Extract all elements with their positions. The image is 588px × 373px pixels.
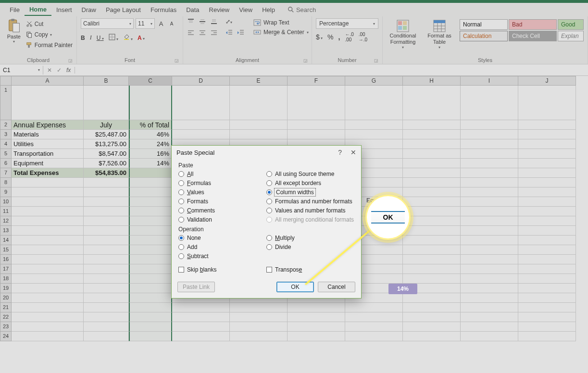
- cell-A14[interactable]: [12, 236, 84, 245]
- cell-H21[interactable]: [403, 303, 461, 312]
- cell-F24[interactable]: [288, 332, 345, 341]
- orientation-button[interactable]: ⤢▾: [222, 18, 232, 26]
- cell-C7[interactable]: [129, 168, 172, 178]
- row-header-19[interactable]: 19: [0, 284, 12, 293]
- cell-G2[interactable]: [345, 120, 403, 130]
- cell-A12[interactable]: [12, 216, 84, 226]
- column-header-A[interactable]: A: [12, 76, 84, 86]
- cell-B17[interactable]: [84, 264, 129, 274]
- cell-C5[interactable]: 16%: [129, 149, 172, 159]
- cell-J9[interactable]: [518, 187, 576, 197]
- cell-A17[interactable]: [12, 264, 84, 274]
- tab-home[interactable]: Home: [25, 4, 51, 16]
- format-as-table-button[interactable]: Format as Table▾: [423, 19, 456, 50]
- cell-J21[interactable]: [518, 303, 576, 312]
- tab-help[interactable]: Help: [257, 4, 280, 15]
- paste-all-except-borders-radio[interactable]: All except borders: [266, 180, 354, 186]
- cell-B10[interactable]: [84, 197, 129, 207]
- cell-J18[interactable]: [518, 274, 576, 284]
- cell-G23[interactable]: [345, 322, 403, 332]
- tab-formulas[interactable]: Formulas: [146, 4, 181, 15]
- cell-D22[interactable]: [172, 312, 230, 322]
- cell-I11[interactable]: [461, 207, 518, 216]
- cell-F22[interactable]: [288, 312, 345, 322]
- column-header-D[interactable]: D: [172, 76, 230, 86]
- cell-C1[interactable]: [129, 86, 172, 120]
- style-explanatory[interactable]: Explan: [558, 31, 584, 41]
- cell-C13[interactable]: [129, 226, 172, 236]
- cell-F3[interactable]: [288, 130, 345, 139]
- cell-C19[interactable]: [129, 284, 172, 293]
- cell-A11[interactable]: [12, 207, 84, 216]
- cell-B5[interactable]: $8,547.00: [84, 149, 129, 159]
- row-header-15[interactable]: 15: [0, 245, 12, 255]
- cell-C6[interactable]: 14%: [129, 159, 172, 168]
- cell-C16[interactable]: [129, 255, 172, 264]
- row-header-4[interactable]: 4: [0, 139, 12, 149]
- cell-J13[interactable]: [518, 226, 576, 236]
- align-middle-button[interactable]: [199, 18, 206, 26]
- cell-G3[interactable]: [345, 130, 403, 139]
- cell-E22[interactable]: [230, 312, 288, 322]
- op-divide-radio[interactable]: Divide: [266, 244, 354, 250]
- cell-G1[interactable]: [345, 86, 403, 120]
- row-header-2[interactable]: 2: [0, 120, 12, 130]
- row-header-21[interactable]: 21: [0, 303, 12, 312]
- font-name-select[interactable]: Calibri▾: [81, 18, 134, 29]
- cell-H4[interactable]: [403, 139, 461, 149]
- paste-button[interactable]: Paste ▾: [4, 18, 24, 44]
- cell-C21[interactable]: [129, 303, 172, 312]
- cell-E1[interactable]: [230, 86, 288, 120]
- cell-B16[interactable]: [84, 255, 129, 264]
- tell-me-search[interactable]: Search: [280, 6, 316, 13]
- cell-G24[interactable]: [345, 332, 403, 341]
- cell-A19[interactable]: [12, 284, 84, 293]
- cell-I3[interactable]: [461, 130, 518, 139]
- cell-A7[interactable]: Total Expenses: [12, 168, 84, 178]
- cell-E23[interactable]: [230, 322, 288, 332]
- paste-all-using-source-theme-radio[interactable]: All using Source theme: [266, 171, 354, 177]
- cell-J4[interactable]: [518, 139, 576, 149]
- paste-column-widths-radio[interactable]: Column widths: [266, 189, 354, 196]
- cell-A13[interactable]: [12, 226, 84, 236]
- style-good[interactable]: Good: [558, 19, 584, 30]
- copy-button[interactable]: Copy ▾: [26, 30, 73, 39]
- column-header-G[interactable]: G: [345, 76, 403, 86]
- align-bottom-button[interactable]: [210, 18, 218, 26]
- cell-C2[interactable]: % of Total: [129, 120, 172, 130]
- format-painter-button[interactable]: Format Painter: [26, 40, 73, 50]
- paste-link-button[interactable]: Paste Link: [177, 282, 215, 292]
- decrease-decimal-button[interactable]: .00→.0: [359, 32, 367, 42]
- row-header-12[interactable]: 12: [0, 216, 12, 226]
- cell-J20[interactable]: [518, 293, 576, 303]
- tab-draw[interactable]: Draw: [77, 4, 101, 15]
- cell-I18[interactable]: [461, 274, 518, 284]
- column-header-B[interactable]: B: [84, 76, 129, 86]
- cell-B3[interactable]: $25,487.00: [84, 130, 129, 139]
- font-launcher-icon[interactable]: ◲: [175, 58, 179, 63]
- cell-I1[interactable]: [461, 86, 518, 120]
- cell-H7[interactable]: [403, 168, 461, 178]
- cell-I2[interactable]: [461, 120, 518, 130]
- cell-B24[interactable]: [84, 332, 129, 341]
- cell-D2[interactable]: [172, 120, 230, 130]
- paste-formats-radio[interactable]: Formats: [178, 198, 266, 205]
- cell-A5[interactable]: Transportation: [12, 149, 84, 159]
- cell-J11[interactable]: [518, 207, 576, 216]
- cell-I21[interactable]: [461, 303, 518, 312]
- op-add-radio[interactable]: Add: [178, 244, 266, 250]
- paste-formulas-radio[interactable]: Formulas: [178, 180, 266, 186]
- cell-B14[interactable]: [84, 236, 129, 245]
- style-calculation[interactable]: Calculation: [460, 31, 508, 41]
- align-right-button[interactable]: [210, 29, 218, 37]
- conditional-formatting-button[interactable]: Conditional Formatting▾: [387, 19, 419, 50]
- cell-J1[interactable]: [518, 86, 576, 120]
- number-format-select[interactable]: Percentage▾: [316, 18, 378, 29]
- cell-A6[interactable]: Equipment: [12, 159, 84, 168]
- paste-values-radio[interactable]: Values: [178, 189, 266, 196]
- column-header-C[interactable]: C: [129, 76, 172, 86]
- cell-A16[interactable]: [12, 255, 84, 264]
- cell-J3[interactable]: [518, 130, 576, 139]
- cell-I10[interactable]: [461, 197, 518, 207]
- clipboard-launcher-icon[interactable]: ◲: [68, 58, 73, 63]
